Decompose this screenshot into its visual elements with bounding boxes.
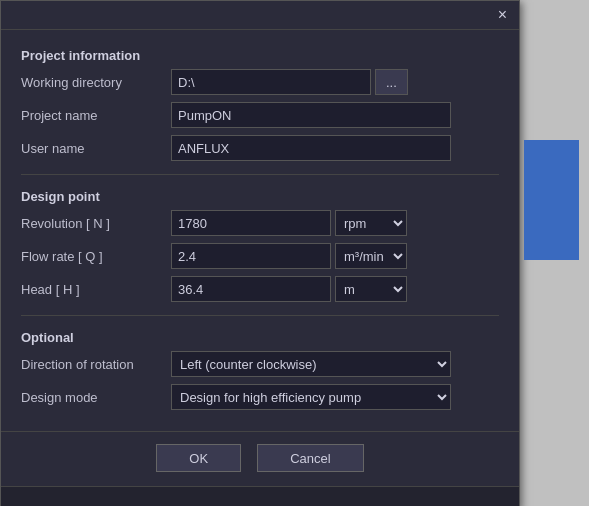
- design-mode-label: Design mode: [21, 390, 171, 405]
- status-bar: [1, 486, 519, 506]
- divider-2: [21, 315, 499, 316]
- head-row: Head [ H ] m: [21, 276, 499, 302]
- design-mode-row: Design mode Design for high efficiency p…: [21, 384, 499, 410]
- flow-rate-unit-select[interactable]: m³/min: [335, 243, 407, 269]
- blue-side-panel: [524, 140, 579, 260]
- revolution-label: Revolution [ N ]: [21, 216, 171, 231]
- ok-button[interactable]: OK: [156, 444, 241, 472]
- user-name-row: User name: [21, 135, 499, 161]
- flow-rate-input[interactable]: [171, 243, 331, 269]
- head-unit-select[interactable]: m: [335, 276, 407, 302]
- working-directory-row: Working directory ...: [21, 69, 499, 95]
- direction-label: Direction of rotation: [21, 357, 171, 372]
- revolution-unit-select[interactable]: rpm: [335, 210, 407, 236]
- project-name-input[interactable]: [171, 102, 451, 128]
- dialog-body: Project information Working directory ..…: [1, 30, 519, 431]
- cancel-button[interactable]: Cancel: [257, 444, 363, 472]
- user-name-input[interactable]: [171, 135, 451, 161]
- flow-rate-row: Flow rate [ Q ] m³/min: [21, 243, 499, 269]
- head-input[interactable]: [171, 276, 331, 302]
- revolution-input[interactable]: [171, 210, 331, 236]
- title-bar: ×: [1, 1, 519, 30]
- close-button[interactable]: ×: [494, 7, 511, 23]
- working-directory-input[interactable]: [171, 69, 371, 95]
- project-name-row: Project name: [21, 102, 499, 128]
- head-label: Head [ H ]: [21, 282, 171, 297]
- design-point-header: Design point: [21, 189, 499, 204]
- project-info-header: Project information: [21, 48, 499, 63]
- working-directory-label: Working directory: [21, 75, 171, 90]
- browse-button[interactable]: ...: [375, 69, 408, 95]
- direction-select[interactable]: Left (counter clockwise) Right (clockwis…: [171, 351, 451, 377]
- direction-row: Direction of rotation Left (counter cloc…: [21, 351, 499, 377]
- main-dialog: × Project information Working directory …: [0, 0, 520, 506]
- project-name-label: Project name: [21, 108, 171, 123]
- optional-header: Optional: [21, 330, 499, 345]
- user-name-label: User name: [21, 141, 171, 156]
- flow-rate-label: Flow rate [ Q ]: [21, 249, 171, 264]
- design-mode-select[interactable]: Design for high efficiency pump Design f…: [171, 384, 451, 410]
- revolution-row: Revolution [ N ] rpm: [21, 210, 499, 236]
- divider-1: [21, 174, 499, 175]
- dialog-footer: OK Cancel: [1, 431, 519, 486]
